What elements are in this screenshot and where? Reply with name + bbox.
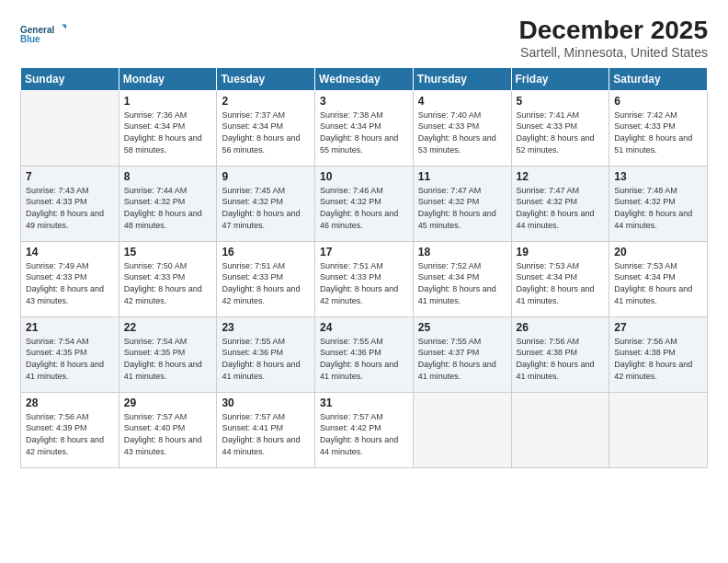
- calendar-cell: 17 Sunrise: 7:51 AMSunset: 4:33 PMDaylig…: [315, 241, 414, 316]
- header-saturday: Saturday: [609, 67, 708, 90]
- day-number: 18: [418, 246, 506, 259]
- cell-info: Sunrise: 7:47 AMSunset: 4:32 PMDaylight:…: [418, 185, 506, 231]
- cell-info: Sunrise: 7:38 AMSunset: 4:34 PMDaylight:…: [320, 109, 408, 155]
- day-number: 2: [222, 95, 310, 108]
- subtitle: Sartell, Minnesota, United States: [519, 45, 708, 60]
- day-number: 24: [320, 321, 408, 334]
- calendar-cell: 19 Sunrise: 7:53 AMSunset: 4:34 PMDaylig…: [511, 241, 609, 316]
- calendar-cell: 23 Sunrise: 7:55 AMSunset: 4:36 PMDaylig…: [217, 316, 315, 392]
- day-number: 23: [222, 321, 310, 334]
- calendar-cell: 9 Sunrise: 7:45 AMSunset: 4:32 PMDayligh…: [217, 166, 315, 241]
- day-number: 1: [124, 95, 212, 108]
- calendar-cell: 30 Sunrise: 7:57 AMSunset: 4:41 PMDaylig…: [217, 392, 315, 467]
- cell-info: Sunrise: 7:40 AMSunset: 4:33 PMDaylight:…: [418, 109, 506, 155]
- logo: General Blue: [20, 17, 66, 52]
- svg-marker-2: [62, 24, 66, 29]
- day-number: 27: [614, 321, 702, 334]
- calendar-cell: 15 Sunrise: 7:50 AMSunset: 4:33 PMDaylig…: [119, 241, 217, 316]
- cell-info: Sunrise: 7:50 AMSunset: 4:33 PMDaylight:…: [124, 260, 212, 306]
- calendar-cell: 27 Sunrise: 7:56 AMSunset: 4:38 PMDaylig…: [609, 316, 708, 392]
- header-friday: Friday: [511, 67, 609, 90]
- day-number: 5: [517, 95, 605, 108]
- day-number: 6: [614, 95, 702, 108]
- day-number: 9: [222, 170, 310, 183]
- calendar-cell: 7 Sunrise: 7:43 AMSunset: 4:33 PMDayligh…: [21, 166, 119, 241]
- day-number: 14: [26, 246, 114, 259]
- calendar-cell: 29 Sunrise: 7:57 AMSunset: 4:40 PMDaylig…: [119, 392, 217, 467]
- calendar-cell: 31 Sunrise: 7:57 AMSunset: 4:42 PMDaylig…: [315, 392, 414, 467]
- day-number: 28: [26, 396, 114, 409]
- day-number: 22: [124, 321, 212, 334]
- day-number: 11: [418, 170, 506, 183]
- page: General Blue December 2025 Sartell, Minn…: [0, 0, 728, 563]
- logo-svg: General Blue: [20, 17, 66, 52]
- cell-info: Sunrise: 7:55 AMSunset: 4:36 PMDaylight:…: [222, 336, 310, 382]
- week-row-3: 14 Sunrise: 7:49 AMSunset: 4:33 PMDaylig…: [21, 241, 708, 316]
- header-sunday: Sunday: [21, 67, 119, 90]
- day-number: 13: [614, 170, 702, 183]
- day-number: 7: [26, 170, 114, 183]
- cell-info: Sunrise: 7:54 AMSunset: 4:35 PMDaylight:…: [124, 336, 212, 382]
- cell-info: Sunrise: 7:56 AMSunset: 4:38 PMDaylight:…: [614, 336, 702, 382]
- header-wednesday: Wednesday: [315, 67, 414, 90]
- title-block: December 2025 Sartell, Minnesota, United…: [519, 17, 708, 60]
- calendar-table: SundayMondayTuesdayWednesdayThursdayFrid…: [20, 67, 708, 468]
- header: General Blue December 2025 Sartell, Minn…: [20, 17, 708, 60]
- cell-info: Sunrise: 7:48 AMSunset: 4:32 PMDaylight:…: [614, 185, 702, 231]
- day-number: 26: [517, 321, 605, 334]
- calendar-cell: [511, 392, 609, 467]
- cell-info: Sunrise: 7:56 AMSunset: 4:38 PMDaylight:…: [517, 336, 605, 382]
- day-number: 19: [517, 246, 605, 259]
- cell-info: Sunrise: 7:44 AMSunset: 4:32 PMDaylight:…: [124, 185, 212, 231]
- cell-info: Sunrise: 7:55 AMSunset: 4:36 PMDaylight:…: [320, 336, 408, 382]
- day-number: 17: [320, 246, 408, 259]
- day-number: 10: [320, 170, 408, 183]
- calendar-cell: 10 Sunrise: 7:46 AMSunset: 4:32 PMDaylig…: [315, 166, 414, 241]
- cell-info: Sunrise: 7:57 AMSunset: 4:42 PMDaylight:…: [320, 411, 408, 457]
- week-row-2: 7 Sunrise: 7:43 AMSunset: 4:33 PMDayligh…: [21, 166, 708, 241]
- calendar-cell: 13 Sunrise: 7:48 AMSunset: 4:32 PMDaylig…: [609, 166, 708, 241]
- day-number: 12: [517, 170, 605, 183]
- calendar-cell: 6 Sunrise: 7:42 AMSunset: 4:33 PMDayligh…: [609, 90, 708, 166]
- cell-info: Sunrise: 7:36 AMSunset: 4:34 PMDaylight:…: [124, 109, 212, 155]
- week-row-1: 1 Sunrise: 7:36 AMSunset: 4:34 PMDayligh…: [21, 90, 708, 166]
- cell-info: Sunrise: 7:52 AMSunset: 4:34 PMDaylight:…: [418, 260, 506, 306]
- week-row-5: 28 Sunrise: 7:56 AMSunset: 4:39 PMDaylig…: [21, 392, 708, 467]
- svg-text:General: General: [20, 25, 54, 35]
- cell-info: Sunrise: 7:47 AMSunset: 4:32 PMDaylight:…: [517, 185, 605, 231]
- calendar-cell: [413, 392, 511, 467]
- calendar-cell: 12 Sunrise: 7:47 AMSunset: 4:32 PMDaylig…: [511, 166, 609, 241]
- day-number: 4: [418, 95, 506, 108]
- calendar-cell: 18 Sunrise: 7:52 AMSunset: 4:34 PMDaylig…: [413, 241, 511, 316]
- calendar-cell: 2 Sunrise: 7:37 AMSunset: 4:34 PMDayligh…: [217, 90, 315, 166]
- calendar-cell: 21 Sunrise: 7:54 AMSunset: 4:35 PMDaylig…: [21, 316, 119, 392]
- week-row-4: 21 Sunrise: 7:54 AMSunset: 4:35 PMDaylig…: [21, 316, 708, 392]
- cell-info: Sunrise: 7:45 AMSunset: 4:32 PMDaylight:…: [222, 185, 310, 231]
- main-title: December 2025: [519, 17, 708, 45]
- calendar-cell: 28 Sunrise: 7:56 AMSunset: 4:39 PMDaylig…: [21, 392, 119, 467]
- cell-info: Sunrise: 7:53 AMSunset: 4:34 PMDaylight:…: [517, 260, 605, 306]
- calendar-header-row: SundayMondayTuesdayWednesdayThursdayFrid…: [21, 67, 708, 90]
- day-number: 15: [124, 246, 212, 259]
- header-thursday: Thursday: [413, 67, 511, 90]
- calendar-cell: 1 Sunrise: 7:36 AMSunset: 4:34 PMDayligh…: [119, 90, 217, 166]
- cell-info: Sunrise: 7:51 AMSunset: 4:33 PMDaylight:…: [320, 260, 408, 306]
- calendar-cell: [609, 392, 708, 467]
- calendar-cell: 16 Sunrise: 7:51 AMSunset: 4:33 PMDaylig…: [217, 241, 315, 316]
- calendar-cell: 5 Sunrise: 7:41 AMSunset: 4:33 PMDayligh…: [511, 90, 609, 166]
- header-tuesday: Tuesday: [217, 67, 315, 90]
- day-number: 20: [614, 246, 702, 259]
- cell-info: Sunrise: 7:46 AMSunset: 4:32 PMDaylight:…: [320, 185, 408, 231]
- calendar-cell: [21, 90, 119, 166]
- cell-info: Sunrise: 7:43 AMSunset: 4:33 PMDaylight:…: [26, 185, 114, 231]
- day-number: 16: [222, 246, 310, 259]
- calendar-cell: 24 Sunrise: 7:55 AMSunset: 4:36 PMDaylig…: [315, 316, 414, 392]
- day-number: 31: [320, 396, 408, 409]
- header-monday: Monday: [119, 67, 217, 90]
- cell-info: Sunrise: 7:54 AMSunset: 4:35 PMDaylight:…: [26, 336, 114, 382]
- day-number: 8: [124, 170, 212, 183]
- cell-info: Sunrise: 7:55 AMSunset: 4:37 PMDaylight:…: [418, 336, 506, 382]
- cell-info: Sunrise: 7:49 AMSunset: 4:33 PMDaylight:…: [26, 260, 114, 306]
- cell-info: Sunrise: 7:37 AMSunset: 4:34 PMDaylight:…: [222, 109, 310, 155]
- day-number: 21: [26, 321, 114, 334]
